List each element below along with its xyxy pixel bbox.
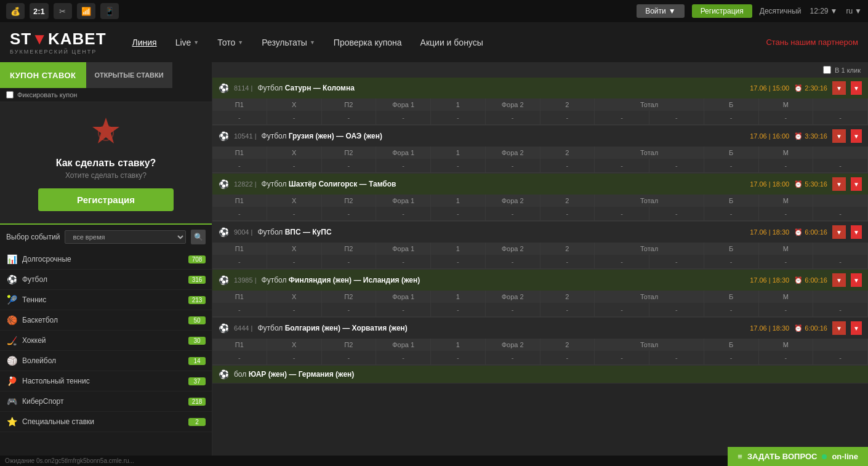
expand-button[interactable]: ▼ — [832, 273, 846, 287]
match-time: 17.06 | 18:00 — [750, 180, 789, 188]
odds-x[interactable]: - — [267, 111, 322, 124]
expand-button[interactable]: ▼ — [832, 321, 846, 335]
content-top-bar: В 1 клик — [212, 62, 868, 78]
expand-arrow-button[interactable]: ▼ — [851, 81, 862, 95]
header-2: 2 — [540, 98, 595, 111]
match-sport-icon: ⚽ — [219, 131, 229, 141]
one-click-label: В 1 клик — [835, 66, 861, 74]
match-sport-icon: ⚽ — [219, 369, 229, 379]
scissors-icon: ✂ — [54, 3, 72, 19]
sport-count: 30 — [188, 337, 206, 345]
top-info: Десятичный 12:29 ▼ ru ▼ — [760, 7, 862, 15]
odds-b[interactable]: - — [649, 111, 704, 124]
sport-item-football[interactable]: ⚽ Футбол 316 — [0, 270, 212, 290]
one-click-checkbox[interactable] — [823, 66, 831, 74]
nav-results[interactable]: Результаты ▼ — [254, 34, 323, 51]
expand-arrow-button[interactable]: ▼ — [851, 225, 862, 239]
nav-live[interactable]: Live ▼ — [168, 34, 207, 51]
odds-m[interactable]: - — [704, 111, 759, 124]
sport-item-basketball[interactable]: 🏀 Баскетбол 50 — [0, 310, 212, 331]
content-area: В 1 клик ⚽ 8114 | Футбол Сатурн — Коломн… — [212, 62, 868, 466]
match-header-partial: ⚽ бол ЮАР (жен) — Германия (жен) — [212, 366, 868, 383]
expand-arrow-button[interactable]: ▼ — [851, 321, 862, 335]
match-block-9004: ⚽ 9004 | Футбол ВПС — КуПС 17.06 | 18:30… — [212, 222, 868, 270]
main-nav: Линия Live ▼ Тото ▼ Результаты ▼ Проверк… — [125, 34, 858, 51]
results-arrow-icon: ▼ — [310, 39, 315, 46]
match-block-6444: ⚽ 6444 | Футбол Болгария (жен) — Хорвати… — [212, 318, 868, 366]
sport-count: 316 — [188, 276, 206, 284]
odds-2[interactable]: - — [540, 111, 595, 124]
sport-name: Волейбол — [22, 356, 183, 365]
chat-widget[interactable]: ≡ ЗАДАТЬ ВОПРОС on-line — [728, 447, 868, 466]
expand-button[interactable]: ▼ — [832, 225, 846, 239]
login-arrow-icon: ▼ — [669, 7, 676, 15]
expand-button[interactable]: ▼ — [832, 81, 846, 95]
match-block-12822: ⚽ 12822 | Футбол Шахтёр Солигорск — Тамб… — [212, 174, 868, 222]
sport-item-special[interactable]: ⭐ Специальные ставки 2 — [0, 412, 212, 432]
register-big-button[interactable]: Регистрация — [38, 188, 174, 211]
expand-arrow-button[interactable]: ▼ — [851, 129, 862, 143]
sport-item-esports[interactable]: 🎮 КиберСпорт 218 — [0, 392, 212, 412]
odds-1[interactable]: - — [431, 111, 486, 124]
match-name: Футбол Грузия (жен) — ОАЭ (жен) — [262, 132, 382, 140]
match-timer: ⏰ 6:00:16 — [794, 324, 827, 332]
online-label: on-line — [832, 452, 858, 461]
coupon-tab[interactable]: КУПОН СТАВОК — [0, 62, 86, 88]
odds-extra1: - — [759, 111, 814, 124]
sport-count: 218 — [188, 398, 206, 406]
fix-coupon-checkbox[interactable] — [6, 91, 14, 98]
partner-link[interactable]: Стань нашим партнером — [766, 38, 858, 47]
match-name: Футбол Сатурн — Коломна — [257, 84, 354, 92]
odds-total[interactable]: - — [595, 111, 649, 124]
sport-name: Долгосрочные — [22, 255, 183, 263]
header-p2: П2 — [322, 98, 377, 111]
odds-p1[interactable]: - — [212, 111, 267, 124]
events-dropdown[interactable]: все время — [65, 230, 186, 244]
chat-icon: ≡ — [737, 452, 742, 461]
expand-arrow-button[interactable]: ▼ — [851, 273, 862, 287]
match-odds-header: П1 Х П2 Фора 1 1 Фора 2 2 Тотал Б М — [212, 147, 868, 159]
main-layout: КУПОН СТАВОК ОТКРЫТЫЕ СТАВКИ Фиксировать… — [0, 62, 868, 466]
sport-item-tennis[interactable]: 🎾 Теннис 213 — [0, 290, 212, 310]
sport-item-longterm[interactable]: 📊 Долгосрочные 708 — [0, 249, 212, 270]
match-sport-icon: ⚽ — [219, 227, 229, 237]
search-button[interactable]: 🔍 — [191, 230, 206, 244]
match-time: 17.06 | 18:30 — [750, 276, 789, 284]
chart-icon: 📶 — [77, 3, 95, 19]
odds-type[interactable]: Десятичный — [760, 7, 802, 15]
sport-item-tabletennis[interactable]: 🏓 Настольный теннис 37 — [0, 371, 212, 392]
expand-button[interactable]: ▼ — [832, 129, 846, 143]
sport-count: 37 — [188, 377, 206, 385]
match-timer: ⏰ 5:30:16 — [794, 180, 827, 188]
tennis-icon: 🎾 — [6, 294, 17, 305]
register-button[interactable]: Регистрация — [692, 4, 752, 18]
special-icon: ⭐ — [6, 416, 17, 427]
match-header-10541: ⚽ 10541 | Футбол Грузия (жен) — ОАЭ (жен… — [212, 126, 868, 147]
expand-arrow-button[interactable]: ▼ — [851, 177, 862, 191]
nav-coupon[interactable]: Проверка купона — [326, 34, 409, 51]
language-selector[interactable]: ru ▼ — [846, 7, 862, 15]
hockey-icon: 🏒 — [6, 335, 17, 346]
nav-liniya[interactable]: Линия — [125, 34, 164, 51]
match-odds-header: П1ХП2Фора 11Фора 22ТоталБМ — [212, 291, 868, 303]
coupon-header: КУПОН СТАВОК ОТКРЫТЫЕ СТАВКИ — [0, 62, 212, 88]
sport-item-volleyball[interactable]: 🏐 Волейбол 14 — [0, 351, 212, 371]
live-arrow-icon: ▼ — [193, 39, 199, 46]
sport-count: 14 — [188, 357, 206, 365]
top-bar-right: Войти ▼ Регистрация Десятичный 12:29 ▼ r… — [637, 4, 862, 18]
odds-fora2[interactable]: - — [486, 111, 540, 124]
header-total: Тотал — [595, 98, 704, 111]
nav-toto[interactable]: Тото ▼ — [210, 34, 251, 51]
odds-fora1[interactable]: - — [376, 111, 431, 124]
login-button[interactable]: Войти ▼ — [637, 4, 684, 18]
basketball-icon: 🏀 — [6, 315, 17, 326]
match-name: бол ЮАР (жен) — Германия (жен) — [234, 370, 354, 379]
match-odds-row: ------------ — [212, 303, 868, 317]
chat-label: ЗАДАТЬ ВОПРОС — [747, 452, 817, 461]
sport-list: 📊 Долгосрочные 708 ⚽ Футбол 316 🎾 Теннис… — [0, 249, 212, 432]
open-bets-tab[interactable]: ОТКРЫТЫЕ СТАВКИ — [86, 62, 172, 88]
nav-promos[interactable]: Акции и бонусы — [413, 34, 491, 51]
expand-button[interactable]: ▼ — [832, 177, 846, 191]
odds-p2[interactable]: - — [322, 111, 377, 124]
sport-item-hockey[interactable]: 🏒 Хоккей 30 — [0, 331, 212, 351]
